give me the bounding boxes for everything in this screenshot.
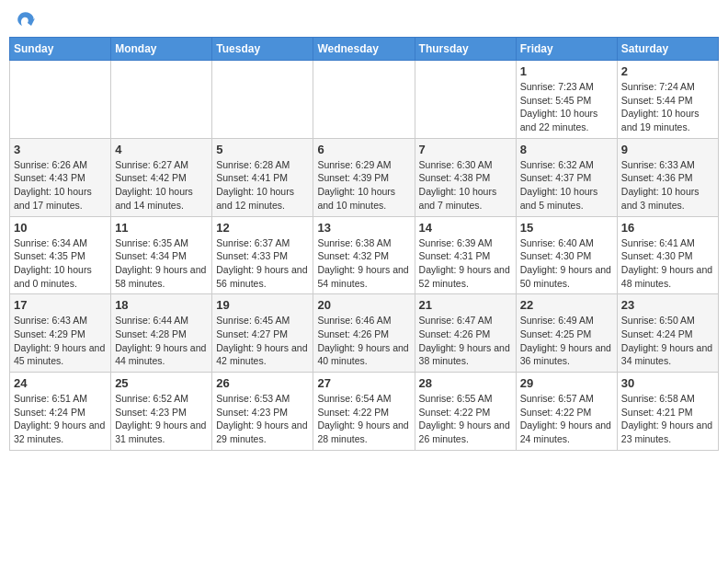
calendar-body: 1Sunrise: 7:23 AM Sunset: 5:45 PM Daylig… (10, 61, 719, 451)
calendar-cell: 25Sunrise: 6:52 AM Sunset: 4:23 PM Dayli… (111, 373, 212, 451)
day-info: Sunrise: 6:35 AM Sunset: 4:34 PM Dayligh… (115, 236, 208, 291)
calendar-week-3: 17Sunrise: 6:43 AM Sunset: 4:29 PM Dayli… (10, 294, 719, 373)
calendar-header-thursday: Thursday (415, 38, 516, 61)
calendar-cell: 7Sunrise: 6:30 AM Sunset: 4:38 PM Daylig… (415, 138, 516, 216)
day-info: Sunrise: 6:38 AM Sunset: 4:32 PM Dayligh… (317, 236, 410, 291)
day-info: Sunrise: 6:44 AM Sunset: 4:28 PM Dayligh… (115, 314, 208, 368)
day-number: 17 (14, 298, 107, 312)
day-number: 12 (216, 221, 309, 235)
calendar-cell: 11Sunrise: 6:35 AM Sunset: 4:34 PM Dayli… (111, 216, 212, 294)
day-info: Sunrise: 6:28 AM Sunset: 4:41 PM Dayligh… (216, 158, 309, 213)
calendar-cell: 3Sunrise: 6:26 AM Sunset: 4:43 PM Daylig… (10, 138, 111, 216)
day-number: 15 (520, 221, 613, 235)
day-number: 5 (216, 143, 309, 156)
day-number: 6 (317, 143, 410, 156)
calendar-header-tuesday: Tuesday (212, 38, 313, 61)
day-number: 21 (419, 298, 512, 312)
day-number: 24 (14, 376, 107, 390)
calendar-table: SundayMondayTuesdayWednesdayThursdayFrid… (9, 37, 719, 451)
calendar-week-2: 10Sunrise: 6:34 AM Sunset: 4:35 PM Dayli… (10, 216, 719, 294)
day-number: 27 (317, 376, 410, 390)
day-info: Sunrise: 6:41 AM Sunset: 4:30 PM Dayligh… (621, 236, 714, 291)
calendar-cell: 22Sunrise: 6:49 AM Sunset: 4:25 PM Dayli… (516, 294, 617, 373)
day-number: 25 (115, 376, 208, 390)
calendar-header-sunday: Sunday (10, 38, 111, 61)
day-number: 7 (419, 143, 512, 156)
calendar-cell: 9Sunrise: 6:33 AM Sunset: 4:36 PM Daylig… (617, 138, 718, 216)
day-info: Sunrise: 6:50 AM Sunset: 4:24 PM Dayligh… (621, 314, 714, 368)
day-number: 10 (14, 221, 107, 235)
day-info: Sunrise: 6:55 AM Sunset: 4:22 PM Dayligh… (419, 392, 512, 446)
calendar-header-wednesday: Wednesday (313, 38, 415, 61)
day-number: 9 (621, 143, 714, 156)
calendar-cell: 28Sunrise: 6:55 AM Sunset: 4:22 PM Dayli… (415, 373, 516, 451)
day-info: Sunrise: 6:49 AM Sunset: 4:25 PM Dayligh… (520, 314, 613, 368)
day-number: 29 (520, 376, 613, 390)
day-number: 2 (621, 64, 714, 78)
calendar-header-saturday: Saturday (617, 38, 718, 61)
calendar-cell: 14Sunrise: 6:39 AM Sunset: 4:31 PM Dayli… (415, 216, 516, 294)
day-info: Sunrise: 6:52 AM Sunset: 4:23 PM Dayligh… (115, 392, 208, 446)
calendar-cell: 6Sunrise: 6:29 AM Sunset: 4:39 PM Daylig… (313, 138, 415, 216)
day-number: 4 (115, 143, 208, 156)
day-number: 30 (621, 376, 714, 390)
calendar-cell: 24Sunrise: 6:51 AM Sunset: 4:24 PM Dayli… (10, 373, 111, 451)
calendar-cell: 23Sunrise: 6:50 AM Sunset: 4:24 PM Dayli… (617, 294, 718, 373)
day-number: 16 (621, 221, 714, 235)
calendar-header-monday: Monday (111, 38, 212, 61)
day-info: Sunrise: 6:39 AM Sunset: 4:31 PM Dayligh… (419, 236, 512, 291)
calendar-cell: 20Sunrise: 6:46 AM Sunset: 4:26 PM Dayli… (313, 294, 415, 373)
day-info: Sunrise: 6:33 AM Sunset: 4:36 PM Dayligh… (621, 158, 714, 213)
day-info: Sunrise: 6:32 AM Sunset: 4:37 PM Dayligh… (520, 158, 613, 213)
day-info: Sunrise: 6:53 AM Sunset: 4:23 PM Dayligh… (216, 392, 309, 446)
calendar-cell: 1Sunrise: 7:23 AM Sunset: 5:45 PM Daylig… (516, 61, 617, 139)
day-info: Sunrise: 6:54 AM Sunset: 4:22 PM Dayligh… (317, 392, 410, 446)
calendar-week-0: 1Sunrise: 7:23 AM Sunset: 5:45 PM Daylig… (10, 61, 719, 139)
day-info: Sunrise: 6:30 AM Sunset: 4:38 PM Dayligh… (419, 158, 512, 213)
calendar-cell: 16Sunrise: 6:41 AM Sunset: 4:30 PM Dayli… (617, 216, 718, 294)
day-number: 1 (520, 64, 613, 78)
logo (9, 9, 39, 29)
page-header (9, 9, 719, 29)
calendar-cell: 21Sunrise: 6:47 AM Sunset: 4:26 PM Dayli… (415, 294, 516, 373)
day-number: 26 (216, 376, 309, 390)
calendar-cell (212, 61, 313, 139)
calendar-cell: 4Sunrise: 6:27 AM Sunset: 4:42 PM Daylig… (111, 138, 212, 216)
day-number: 19 (216, 298, 309, 312)
calendar-cell: 5Sunrise: 6:28 AM Sunset: 4:41 PM Daylig… (212, 138, 313, 216)
day-number: 11 (115, 221, 208, 235)
day-info: Sunrise: 6:45 AM Sunset: 4:27 PM Dayligh… (216, 314, 309, 368)
day-number: 28 (419, 376, 512, 390)
day-info: Sunrise: 6:26 AM Sunset: 4:43 PM Dayligh… (14, 158, 107, 213)
logo-icon (9, 9, 35, 29)
day-info: Sunrise: 6:29 AM Sunset: 4:39 PM Dayligh… (317, 158, 410, 213)
calendar-cell: 2Sunrise: 7:24 AM Sunset: 5:44 PM Daylig… (617, 61, 718, 139)
calendar-cell (111, 61, 212, 139)
day-info: Sunrise: 6:43 AM Sunset: 4:29 PM Dayligh… (14, 314, 107, 368)
calendar-week-4: 24Sunrise: 6:51 AM Sunset: 4:24 PM Dayli… (10, 373, 719, 451)
calendar-week-1: 3Sunrise: 6:26 AM Sunset: 4:43 PM Daylig… (10, 138, 719, 216)
calendar-cell: 30Sunrise: 6:58 AM Sunset: 4:21 PM Dayli… (617, 373, 718, 451)
calendar-cell (313, 61, 415, 139)
day-info: Sunrise: 6:51 AM Sunset: 4:24 PM Dayligh… (14, 392, 107, 446)
calendar-cell: 15Sunrise: 6:40 AM Sunset: 4:30 PM Dayli… (516, 216, 617, 294)
day-info: Sunrise: 6:37 AM Sunset: 4:33 PM Dayligh… (216, 236, 309, 291)
day-number: 22 (520, 298, 613, 312)
day-number: 20 (317, 298, 410, 312)
calendar-cell: 13Sunrise: 6:38 AM Sunset: 4:32 PM Dayli… (313, 216, 415, 294)
calendar-cell: 12Sunrise: 6:37 AM Sunset: 4:33 PM Dayli… (212, 216, 313, 294)
day-info: Sunrise: 6:27 AM Sunset: 4:42 PM Dayligh… (115, 158, 208, 213)
day-info: Sunrise: 6:57 AM Sunset: 4:22 PM Dayligh… (520, 392, 613, 446)
day-number: 3 (14, 143, 107, 156)
calendar-cell: 26Sunrise: 6:53 AM Sunset: 4:23 PM Dayli… (212, 373, 313, 451)
day-info: Sunrise: 6:46 AM Sunset: 4:26 PM Dayligh… (317, 314, 410, 368)
day-number: 18 (115, 298, 208, 312)
calendar-cell (10, 61, 111, 139)
calendar-header-row: SundayMondayTuesdayWednesdayThursdayFrid… (10, 38, 719, 61)
day-info: Sunrise: 6:58 AM Sunset: 4:21 PM Dayligh… (621, 392, 714, 446)
calendar-cell: 19Sunrise: 6:45 AM Sunset: 4:27 PM Dayli… (212, 294, 313, 373)
calendar-cell: 18Sunrise: 6:44 AM Sunset: 4:28 PM Dayli… (111, 294, 212, 373)
calendar-cell (415, 61, 516, 139)
calendar-cell: 27Sunrise: 6:54 AM Sunset: 4:22 PM Dayli… (313, 373, 415, 451)
calendar-cell: 17Sunrise: 6:43 AM Sunset: 4:29 PM Dayli… (10, 294, 111, 373)
